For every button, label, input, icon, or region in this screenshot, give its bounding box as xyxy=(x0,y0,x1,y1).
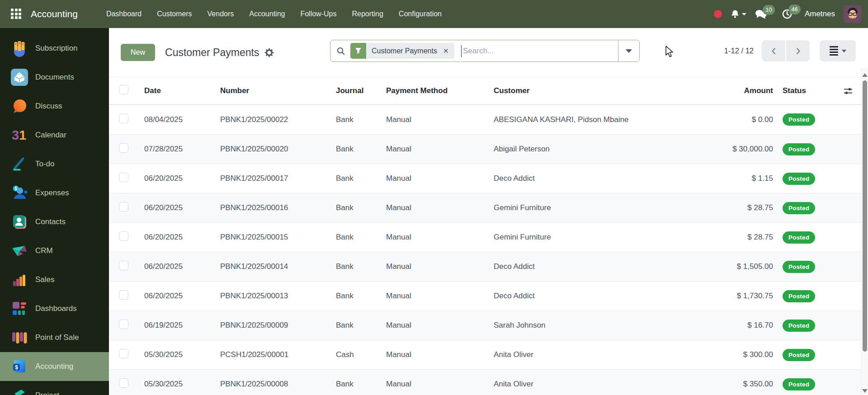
cell-date: 06/20/2025 xyxy=(144,233,220,242)
column-header-amount[interactable]: Amount xyxy=(686,86,773,95)
scroll-up-icon[interactable] xyxy=(862,73,868,77)
cell-method: Manual xyxy=(386,174,494,183)
table-row[interactable]: 08/04/2025 PBNK1/2025/00022 Bank Manual … xyxy=(109,105,861,134)
row-checkbox[interactable] xyxy=(119,202,128,212)
cell-number: PBNK1/2025/00017 xyxy=(220,174,336,183)
cell-customer: Abigail Peterson xyxy=(494,145,686,154)
column-header-status[interactable]: Status xyxy=(773,86,841,95)
row-checkbox[interactable] xyxy=(119,231,128,241)
topbar-menu: Dashboard Customers Vendors Accounting F… xyxy=(99,0,449,28)
app-name[interactable]: Accounting xyxy=(31,9,78,19)
sidebar-item-todo[interactable]: To-do xyxy=(0,150,109,179)
row-checkbox[interactable] xyxy=(119,143,128,153)
table-row[interactable]: 06/19/2025 PBNK1/2025/00009 Bank Manual … xyxy=(109,310,861,340)
sidebar: Subscription Documents Discuss 31 Calend… xyxy=(0,28,109,395)
menu-item-configuration[interactable]: Configuration xyxy=(391,0,449,28)
cell-date: 06/19/2025 xyxy=(144,321,220,330)
calendar-icon: 31 xyxy=(11,127,28,144)
table-row[interactable]: 05/30/2025 PCSH1/2025/00001 Cash Manual … xyxy=(109,340,861,369)
sidebar-item-project[interactable]: Project xyxy=(0,381,109,395)
cell-number: PBNK1/2025/00008 xyxy=(220,380,336,389)
column-header-number[interactable]: Number xyxy=(220,86,336,95)
menu-item-accounting[interactable]: Accounting xyxy=(241,0,292,28)
cell-journal: Bank xyxy=(336,292,386,301)
status-badge: Posted xyxy=(783,290,815,302)
search-dropdown-toggle[interactable] xyxy=(618,40,639,61)
next-page-button[interactable] xyxy=(786,40,810,61)
sidebar-item-discuss[interactable]: Discuss xyxy=(0,92,109,121)
filter-chip[interactable]: Customer Payments ✕ xyxy=(350,43,454,59)
menu-item-customers[interactable]: Customers xyxy=(149,0,199,28)
sidebar-item-sales[interactable]: Sales xyxy=(0,265,109,294)
row-checkbox[interactable] xyxy=(119,261,128,270)
menu-item-dashboard[interactable]: Dashboard xyxy=(99,0,149,28)
cell-method: Manual xyxy=(386,292,494,301)
sidebar-item-subscription[interactable]: Subscription xyxy=(0,34,109,63)
column-header-customer[interactable]: Customer xyxy=(494,86,686,95)
list-view-toggle[interactable] xyxy=(820,40,856,61)
notifications-button[interactable] xyxy=(731,9,746,19)
table-row[interactable]: 06/20/2025 PBNK1/2025/00014 Bank Manual … xyxy=(109,252,861,281)
sidebar-item-expenses[interactable]: $ Expenses xyxy=(0,179,109,207)
status-badge: Posted xyxy=(783,231,815,244)
remove-filter-icon[interactable]: ✕ xyxy=(442,47,454,55)
cell-date: 06/20/2025 xyxy=(144,292,220,301)
cell-customer: Deco Addict xyxy=(494,174,686,183)
apps-menu-icon[interactable] xyxy=(11,9,22,19)
user-name[interactable]: Ametnes xyxy=(805,9,835,19)
messages-button[interactable]: 10 xyxy=(755,9,767,19)
sidebar-item-accounting[interactable]: $ Accounting xyxy=(0,352,109,381)
row-checkbox[interactable] xyxy=(119,114,128,123)
cell-journal: Bank xyxy=(336,174,386,183)
sidebar-item-crm[interactable]: CRM xyxy=(0,236,109,265)
select-all-checkbox[interactable] xyxy=(119,85,128,94)
table-row[interactable]: 07/28/2025 PBNK1/2025/00020 Bank Manual … xyxy=(109,134,861,164)
svg-text:$: $ xyxy=(14,186,17,191)
column-settings-button[interactable] xyxy=(841,87,861,95)
cell-method: Manual xyxy=(386,380,494,389)
row-checkbox[interactable] xyxy=(119,290,128,300)
page-title: Customer Payments xyxy=(165,47,259,59)
bell-icon xyxy=(731,9,740,19)
table-row[interactable]: 06/20/2025 PBNK1/2025/00015 Bank Manual … xyxy=(109,222,861,252)
scrollbar-thumb[interactable] xyxy=(863,80,867,352)
menu-item-followups[interactable]: Follow-Ups xyxy=(292,0,344,28)
column-header-date[interactable]: Date xyxy=(144,86,220,95)
sidebar-item-dashboards[interactable]: Dashboards xyxy=(0,294,109,323)
table-row[interactable]: 06/20/2025 PBNK1/2025/00016 Bank Manual … xyxy=(109,193,861,222)
menu-item-reporting[interactable]: Reporting xyxy=(344,0,391,28)
main-content: New Customer Payments Customer Payments … xyxy=(109,28,868,395)
scroll-down-icon[interactable] xyxy=(862,389,868,393)
table-body: 08/04/2025 PBNK1/2025/00022 Bank Manual … xyxy=(109,105,861,395)
table-row[interactable]: 06/20/2025 PBNK1/2025/00013 Bank Manual … xyxy=(109,281,861,310)
table-row[interactable]: 05/30/2025 PBNK1/2025/00008 Bank Manual … xyxy=(109,369,861,395)
column-header-method[interactable]: Payment Method xyxy=(386,86,494,95)
search-input[interactable] xyxy=(463,47,618,56)
activities-button[interactable]: 46 xyxy=(782,9,793,19)
search-bar[interactable]: Customer Payments ✕ xyxy=(330,40,640,62)
prev-page-button[interactable] xyxy=(762,40,785,61)
sidebar-item-documents[interactable]: Documents xyxy=(0,63,109,92)
gear-icon[interactable] xyxy=(264,48,274,57)
sidebar-item-point-of-sale[interactable]: Point of Sale xyxy=(0,323,109,352)
row-checkbox[interactable] xyxy=(119,173,128,182)
row-checkbox[interactable] xyxy=(119,378,128,388)
subscription-icon xyxy=(11,40,28,57)
sidebar-item-calendar[interactable]: 31 Calendar xyxy=(0,121,109,150)
table-row[interactable]: 06/20/2025 PBNK1/2025/00017 Bank Manual … xyxy=(109,164,861,193)
avatar[interactable] xyxy=(844,5,862,23)
chevron-left-icon xyxy=(771,47,777,55)
status-badge: Posted xyxy=(783,261,815,273)
row-checkbox[interactable] xyxy=(119,349,128,358)
sidebar-item-contacts[interactable]: Contacts xyxy=(0,207,109,236)
cell-method: Manual xyxy=(386,350,494,359)
scrollbar[interactable] xyxy=(861,68,868,395)
row-checkbox[interactable] xyxy=(119,320,128,329)
filter-funnel-icon xyxy=(350,43,366,59)
svg-text:$: $ xyxy=(15,364,18,371)
status-badge: Posted xyxy=(783,143,815,155)
documents-icon xyxy=(11,69,28,86)
menu-item-vendors[interactable]: Vendors xyxy=(200,0,242,28)
column-header-journal[interactable]: Journal xyxy=(336,86,386,95)
new-button[interactable]: New xyxy=(121,44,155,61)
